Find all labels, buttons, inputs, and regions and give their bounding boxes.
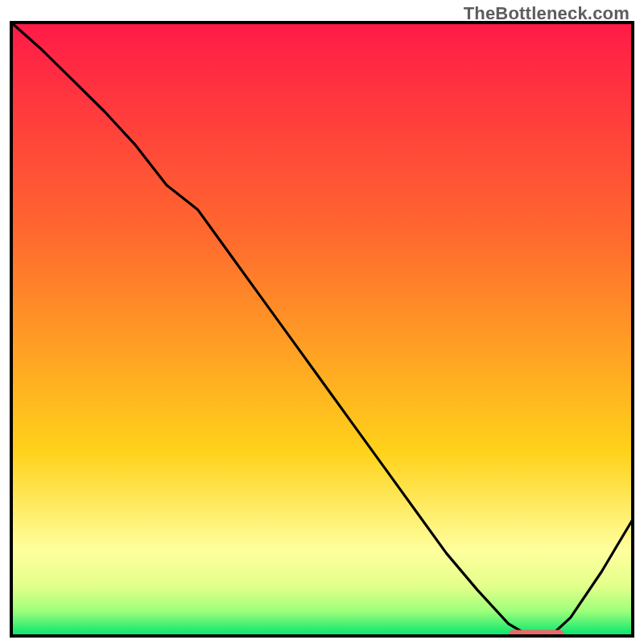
bottleneck-chart (10, 21, 634, 638)
plot-background (11, 23, 633, 636)
